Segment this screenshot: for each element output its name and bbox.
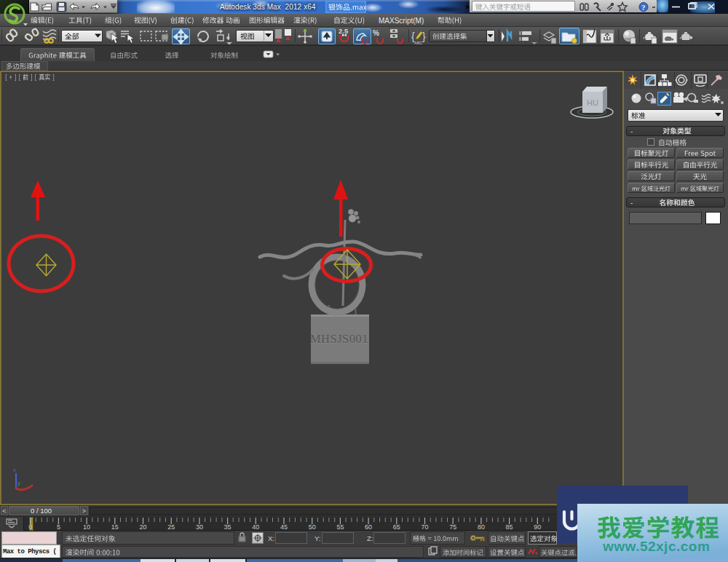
svg-text:www.52xjc.com: www.52xjc.com	[602, 539, 710, 554]
